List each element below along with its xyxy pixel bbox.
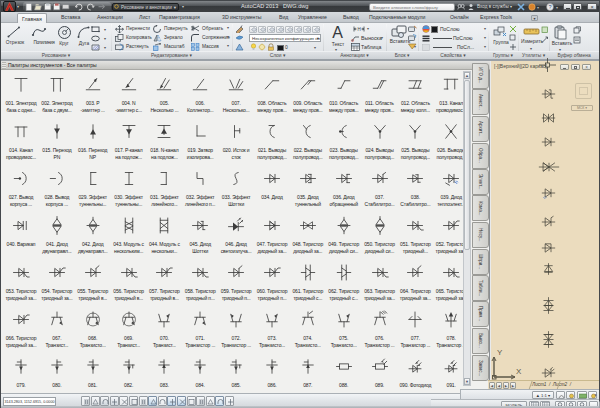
svg-text:?: ? [548,4,551,10]
svg-text:Y: Y [497,348,503,357]
svg-text:H: H [357,27,360,32]
svg-text:X: X [516,367,522,376]
